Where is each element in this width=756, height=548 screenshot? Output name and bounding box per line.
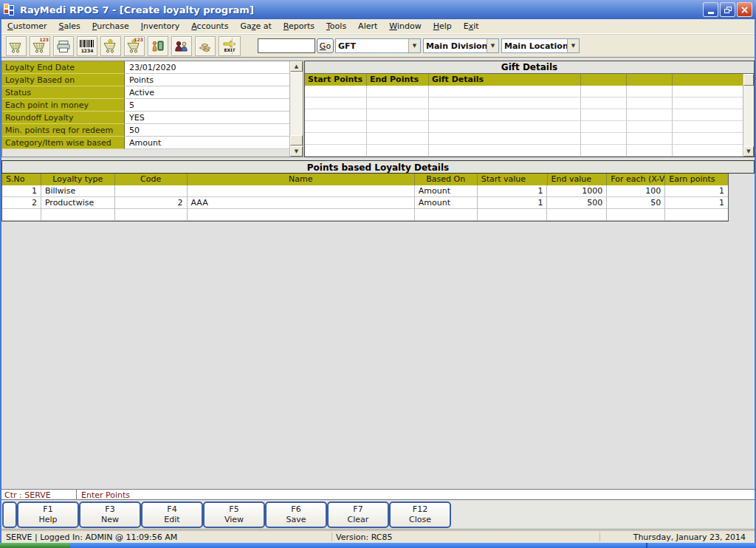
cell-earn-points[interactable]: 1 [665, 185, 728, 197]
exit-button[interactable]: EXIT [219, 36, 241, 56]
form-row: Min. points req for redeem50 [2, 124, 290, 137]
chevron-down-icon[interactable]: ▼ [567, 39, 579, 52]
cell-end-value[interactable]: 1000 [547, 185, 607, 197]
menu-item-accounts[interactable]: Accounts [185, 20, 234, 32]
menu-item-tools[interactable]: Tools [320, 20, 352, 32]
status-value[interactable]: Active [125, 86, 290, 99]
cell-code[interactable] [115, 185, 188, 197]
cell-start-value[interactable]: 1 [478, 197, 548, 209]
division-select-value: Main Division [424, 41, 487, 51]
cell-loyalty-type[interactable] [41, 209, 115, 221]
menu-item-gaze-at[interactable]: Gaze at [234, 20, 277, 32]
minimize-button[interactable] [703, 2, 718, 17]
scrollbar-thumb[interactable] [290, 135, 303, 145]
cell-name[interactable]: AAA [188, 197, 415, 209]
category-item-wise-value[interactable]: Amount [125, 137, 290, 149]
menu-bar: Customer Sales Purchase Inventory Accoun… [1, 19, 755, 34]
scroll-up-icon[interactable]: ▲ [290, 61, 303, 72]
branch-select[interactable]: GFT ▼ [335, 38, 421, 53]
clear-button[interactable]: F7Clear [327, 501, 389, 528]
new-button[interactable]: F3New [79, 501, 141, 528]
cell-for-each[interactable] [607, 209, 665, 221]
cell-end-value[interactable] [547, 209, 607, 221]
cell-name[interactable] [188, 209, 415, 221]
gift-row[interactable] [305, 97, 754, 109]
cell-based-on[interactable] [415, 209, 478, 221]
loyalty-header-row: S.No Loyalty type Code Name Based On Sta… [2, 174, 728, 185]
sales-cart-button[interactable] [6, 36, 27, 56]
menu-item-sales[interactable]: Sales [52, 20, 86, 32]
menu-item-help[interactable]: Help [427, 20, 458, 32]
gift-row[interactable] [305, 121, 754, 133]
gift-row[interactable] [305, 86, 754, 97]
cell-code[interactable]: 2 [115, 197, 188, 209]
gift-row[interactable] [305, 133, 754, 145]
gift-scrollbar[interactable]: ▼ [743, 74, 754, 157]
scroll-down-icon[interactable]: ▼ [743, 146, 754, 157]
gold-button[interactable] [195, 36, 216, 56]
chevron-down-icon[interactable]: ▼ [487, 39, 498, 52]
restore-button[interactable] [720, 2, 735, 17]
cell-earn-points[interactable]: 1 [665, 197, 728, 209]
menu-item-window[interactable]: Window [383, 20, 427, 32]
cell-based-on[interactable]: Amount [415, 197, 478, 209]
loyalty-end-date-value[interactable]: 23/01/2020 [125, 61, 290, 74]
form-scrollbar[interactable]: ▲ ▼ [289, 61, 303, 157]
each-point-in-money-value[interactable]: 5 [125, 99, 290, 112]
cell-start-value[interactable] [478, 209, 548, 221]
barcode-button[interactable]: 1234 [77, 36, 97, 56]
help-button[interactable]: F1Help [17, 501, 79, 528]
toolbar-separator [232, 38, 233, 55]
customers-button[interactable] [171, 36, 192, 56]
menu-item-alert[interactable]: Alert [352, 20, 383, 32]
min-points-redeem-value[interactable]: 50 [125, 124, 290, 137]
form-row: Category/Item wise basedAmount [2, 137, 290, 149]
field-label: Min. points req for redeem [2, 124, 125, 137]
form-row: Loyalty End Date23/01/2020 [2, 61, 290, 74]
menu-item-inventory[interactable]: Inventory [135, 20, 186, 32]
cell-sno[interactable]: 2 [2, 197, 41, 209]
location-select[interactable]: Main Location ▼ [501, 38, 580, 53]
close-fn-button[interactable]: F12Close [389, 501, 451, 528]
save-button[interactable]: F6Save [265, 501, 327, 528]
roundoff-loyalty-value[interactable]: YES [125, 112, 290, 124]
table-row[interactable]: 2 Productwise 2 AAA Amount 1 500 50 1 [2, 197, 728, 209]
cell-sno[interactable]: 1 [2, 185, 41, 197]
division-select[interactable]: Main Division ▼ [423, 38, 499, 53]
start-button-edge[interactable] [0, 543, 70, 548]
cell-sno[interactable] [2, 209, 41, 221]
cell-based-on[interactable]: Amount [415, 185, 478, 197]
menu-item-exit[interactable]: Exit [458, 20, 485, 32]
menu-item-customer[interactable]: Customer [1, 20, 52, 32]
edit-button[interactable]: F4Edit [141, 501, 203, 528]
sales-invoice-button[interactable]: 123 [30, 36, 50, 56]
gift-row[interactable] [305, 109, 754, 121]
menu-item-reports[interactable]: Reports [278, 20, 320, 32]
table-row[interactable]: 1 Billwise Amount 1 1000 100 1 [2, 185, 728, 197]
close-button[interactable]: × [737, 2, 752, 17]
ledger-button[interactable] [148, 36, 168, 56]
purchase-invoice-button[interactable]: 123 [124, 36, 145, 56]
go-button[interactable]: Go [317, 38, 334, 53]
cell-loyalty-type[interactable]: Productwise [41, 197, 115, 209]
print-button[interactable] [53, 36, 74, 56]
scrollbar-thumb[interactable] [743, 74, 754, 86]
table-row[interactable] [2, 209, 728, 221]
gift-row[interactable] [305, 145, 754, 157]
search-input[interactable] [258, 38, 315, 53]
cell-earn-points[interactable] [665, 209, 728, 221]
cell-loyalty-type[interactable]: Billwise [41, 185, 115, 197]
cell-for-each[interactable]: 50 [607, 197, 665, 209]
cell-end-value[interactable]: 500 [547, 197, 607, 209]
cell-for-each[interactable]: 100 [607, 185, 665, 197]
cell-start-value[interactable]: 1 [478, 185, 548, 197]
view-button[interactable]: F5View [203, 501, 265, 528]
cell-code[interactable] [115, 209, 188, 221]
chevron-down-icon[interactable]: ▼ [408, 39, 420, 52]
menu-item-purchase[interactable]: Purchase [86, 20, 135, 32]
stub-button[interactable] [2, 501, 17, 528]
loyalty-based-on-value[interactable]: Points [125, 74, 290, 86]
cell-name[interactable] [188, 185, 415, 197]
scroll-down-icon[interactable]: ▼ [290, 146, 303, 157]
purchase-cart-button[interactable] [100, 36, 121, 56]
